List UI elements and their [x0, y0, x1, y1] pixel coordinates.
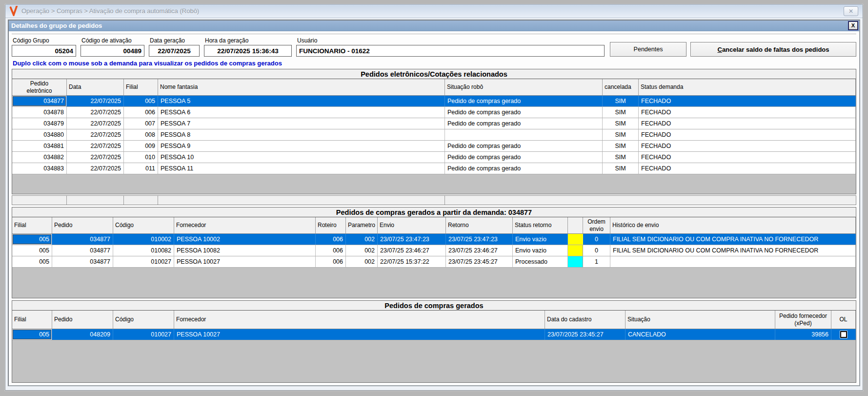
grid-row[interactable]: 03487722/07/2025005PESSOA 5Pedido de com…	[12, 96, 856, 107]
pendentes-button[interactable]: Pendentes	[610, 42, 686, 57]
grid-cell[interactable]: 034882	[12, 152, 67, 163]
grid-cell[interactable]: 034881	[12, 141, 67, 151]
grid-cell[interactable]: 034877	[52, 256, 113, 267]
grid-cell[interactable]: 23/07/25 23:46:27	[446, 245, 513, 256]
grid-cell[interactable]: 034878	[12, 107, 67, 118]
grid-cell[interactable]: 010082	[113, 245, 174, 256]
grid-cell[interactable]: Pedido de compras gerado	[445, 152, 603, 163]
grid-cell[interactable]: 006	[316, 245, 346, 256]
cancelar-saldo-button[interactable]: Cancelar saldo de faltas dos pedidos	[690, 42, 856, 57]
grid-cell[interactable]: FECHADO	[639, 107, 856, 118]
grid-cell[interactable]: 008	[124, 129, 158, 140]
grid-row[interactable]: 03488222/07/2025010PESSOA 10Pedido de co…	[12, 152, 856, 163]
grid-cell[interactable]: SIM	[603, 107, 639, 118]
grid-cell[interactable]: FECHADO	[639, 163, 856, 174]
grid-cell[interactable]: 034877	[12, 96, 67, 106]
grid-cell[interactable]: 22/07/2025	[67, 129, 124, 140]
grid-cell[interactable]: 002	[346, 245, 378, 256]
grid-cell[interactable]: 010	[124, 152, 158, 163]
grid-cell[interactable]: PESSOA 11	[158, 163, 445, 174]
dialog-close-button[interactable]: X	[848, 21, 858, 30]
grid-cell[interactable]: SIM	[603, 152, 639, 163]
grid-cell[interactable]: Pedido de compras gerado	[445, 96, 603, 106]
grid-cell[interactable]: 002	[346, 256, 378, 267]
grid-row[interactable]: 005034877010027PESSOA 1002700600222/07/2…	[12, 256, 856, 268]
grid-cell[interactable]: 23/07/25 23:46:27	[378, 245, 446, 256]
grid-cell[interactable]: PESSOA 5	[158, 96, 445, 106]
codigo-grupo-input[interactable]: 05204	[12, 45, 76, 57]
grid-cell[interactable]: 007	[124, 118, 158, 129]
grid-cell[interactable]: Envio vazio	[513, 245, 568, 256]
grid-cell[interactable]: FECHADO	[639, 118, 856, 129]
grid-cell[interactable]: PESSOA 10082	[174, 245, 316, 256]
grid-cell[interactable]: SIM	[603, 118, 639, 129]
grid-row[interactable]: 03487922/07/2025007PESSOA 7Pedido de com…	[12, 118, 856, 129]
grid-cell[interactable]: 005	[12, 234, 52, 245]
data-geracao-input[interactable]: 22/07/2025	[149, 45, 200, 57]
grid-cell[interactable]: 010027	[113, 329, 174, 340]
grid-cell[interactable]: 22/07/2025	[67, 107, 124, 118]
grid-cell[interactable]: Pedido de compras gerado	[445, 118, 603, 129]
grid-cell[interactable]: FILIAL SEM DICIONARIO OU COM COMPRA INAT…	[610, 234, 856, 245]
grid-cell[interactable]: PESSOA 10002	[174, 234, 316, 245]
grid-cell[interactable]: 048209	[52, 329, 113, 340]
grid-row[interactable]: 03487822/07/2025006PESSOA 6Pedido de com…	[12, 107, 856, 118]
grid-cell[interactable]: PESSOA 6	[158, 107, 445, 118]
grid-cell[interactable]	[610, 256, 856, 267]
grid-cell[interactable]: SIM	[603, 141, 639, 151]
grid-cell[interactable]: 034877	[52, 234, 113, 245]
window-close-button[interactable]: ✕	[844, 6, 858, 16]
grid-cell[interactable]: 23/07/2025 23:45:27	[545, 329, 626, 340]
grid-cell[interactable]: 034879	[12, 118, 67, 129]
grid-cell[interactable]: PESSOA 9	[158, 141, 445, 151]
grid-cell[interactable]: FILIAL SEM DICIONARIO OU COM COMPRA INAT…	[610, 245, 856, 256]
grid-cell[interactable]: 39856	[775, 329, 831, 340]
grid-cell[interactable]: 005	[12, 245, 52, 256]
grid-cell[interactable]	[445, 129, 603, 140]
grid-cell[interactable]: 23/07/25 23:45:27	[446, 256, 513, 267]
grid-cell[interactable]: FECHADO	[639, 152, 856, 163]
grid-cell[interactable]: 006	[316, 256, 346, 267]
grid-cell[interactable]: SIM	[603, 129, 639, 140]
grid-cell[interactable]: 011	[124, 163, 158, 174]
grid-row[interactable]: 03488022/07/2025008PESSOA 8SIMFECHADO	[12, 129, 856, 141]
grid-cell[interactable]: 034877	[52, 245, 113, 256]
grid-row[interactable]: 005034877010082PESSOA 1008200600223/07/2…	[12, 245, 856, 256]
grid-cell[interactable]: PESSOA 8	[158, 129, 445, 140]
grid-cell[interactable]: 22/07/2025	[67, 96, 124, 106]
grid-cell[interactable]: 22/07/2025	[67, 163, 124, 174]
grid-cell[interactable]: 005	[12, 329, 52, 340]
grid-row[interactable]: 005034877010002PESSOA 1000200600223/07/2…	[12, 234, 856, 245]
grid-cell[interactable]: 006	[124, 107, 158, 118]
grid-cell[interactable]: Envio vazio	[513, 234, 568, 245]
grid-cell[interactable]: 23/07/25 23:47:23	[378, 234, 446, 245]
grid-cell[interactable]: 010002	[113, 234, 174, 245]
grid-cell[interactable]: 22/07/2025	[67, 141, 124, 151]
grid-cell[interactable]: 1	[583, 256, 610, 267]
grid-cell[interactable]: SIM	[603, 163, 639, 174]
grid-cell[interactable]: PESSOA 10	[158, 152, 445, 163]
grid-cell[interactable]: 0	[583, 234, 610, 245]
grid-cell[interactable]: Pedido de compras gerado	[445, 107, 603, 118]
grid-cell[interactable]: Pedido de compras gerado	[445, 163, 603, 174]
grid-cell[interactable]: FECHADO	[639, 129, 856, 140]
grid-cell[interactable]: PESSOA 10027	[174, 329, 545, 340]
grid-cell[interactable]: 22/07/2025	[67, 118, 124, 129]
grid-cell[interactable]: FECHADO	[639, 96, 856, 106]
grid-cell[interactable]: Pedido de compras gerado	[445, 141, 603, 151]
grid-cell[interactable]: 22/07/25 15:37:22	[378, 256, 446, 267]
grid-cell[interactable]: 002	[346, 234, 378, 245]
grid-cell[interactable]: 0	[583, 245, 610, 256]
grid-row[interactable]: 03488122/07/2025009PESSOA 9Pedido de com…	[12, 141, 856, 152]
grid-cell[interactable]: PESSOA 7	[158, 118, 445, 129]
codigo-ativacao-input[interactable]: 00489	[81, 45, 144, 57]
grid-cell[interactable]: 005	[124, 96, 158, 106]
grid-cell[interactable]: 034883	[12, 163, 67, 174]
ol-checkbox[interactable]	[840, 331, 847, 338]
grid-cell[interactable]: 010027	[113, 256, 174, 267]
grid-cell[interactable]: CANCELADO	[626, 329, 775, 340]
grid-cell[interactable]: SIM	[603, 96, 639, 106]
usuario-input[interactable]: FUNCIONARIO - 01622	[296, 45, 605, 57]
grid-cell[interactable]: 034880	[12, 129, 67, 140]
grid-cell[interactable]: PESSOA 10027	[174, 256, 316, 267]
